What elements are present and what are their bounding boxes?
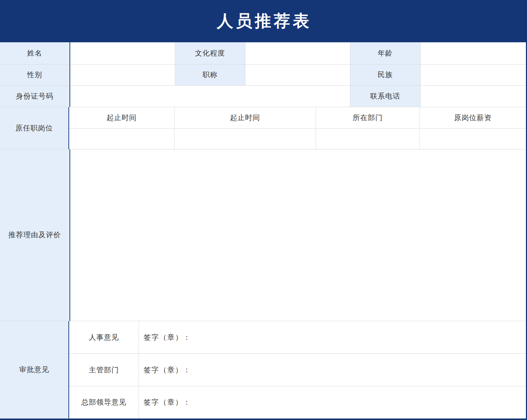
hq-leadership-signature-label: 签字（章）： (144, 397, 191, 407)
position-time2-input-cell[interactable] (174, 129, 316, 149)
previous-position-table: 起止时间 起止时间 所在部门 原岗位薪资 (69, 107, 526, 149)
gender-label: 性别 (0, 65, 70, 86)
job-title-label: 职称 (175, 65, 245, 86)
personnel-recommendation-form: 人员推荐表 姓名 文化程度 年龄 性别 职称 民族 身份证号码 联系电话 原任职… (0, 0, 527, 420)
age-label: 年龄 (350, 42, 421, 65)
approval-label: 审批意见 (0, 321, 69, 419)
approval-section: 审批意见 人事意见 签字（章）： 主管部门 签字（章）： 总部领导意见 签字（ (0, 321, 526, 419)
recommendation-input-cell[interactable] (70, 149, 526, 321)
row-basic-2: 性别 职称 民族 (0, 65, 526, 86)
name-input-cell[interactable] (70, 42, 175, 65)
education-input-cell[interactable] (245, 42, 350, 65)
phone-input-cell[interactable] (421, 86, 526, 107)
position-col-time1-header: 起止时间 (69, 107, 174, 129)
form-title: 人员推荐表 (214, 10, 312, 32)
row-basic-1: 姓名 文化程度 年龄 (0, 42, 526, 65)
hq-leadership-signature-cell[interactable]: 签字（章）： (139, 386, 526, 419)
ethnicity-input-cell[interactable] (421, 65, 526, 86)
approval-row-supervising-dept: 主管部门 签字（章）： (69, 354, 526, 386)
approval-row-hr: 人事意见 签字（章）： (69, 321, 526, 354)
job-title-input-cell[interactable] (245, 65, 350, 86)
id-number-label: 身份证号码 (0, 86, 70, 107)
recommendation-label: 推荐理由及评价 (0, 149, 70, 321)
previous-position-entry-row (69, 129, 526, 149)
supervising-dept-label: 主管部门 (69, 354, 139, 386)
age-input-cell[interactable] (421, 42, 526, 65)
education-label: 文化程度 (175, 42, 245, 65)
hq-leadership-label: 总部领导意见 (69, 386, 139, 419)
hr-opinion-label: 人事意见 (69, 321, 139, 354)
position-salary-input-cell[interactable] (420, 129, 526, 149)
gender-input-cell[interactable] (70, 65, 175, 86)
hr-signature-cell[interactable]: 签字（章）： (139, 321, 526, 354)
hr-signature-label: 签字（章）： (144, 333, 191, 342)
row-basic-3: 身份证号码 联系电话 (0, 86, 526, 107)
ethnicity-label: 民族 (350, 65, 421, 86)
form-title-banner: 人员推荐表 (0, 0, 526, 42)
id-number-input-cell[interactable] (70, 86, 350, 107)
supervising-dept-signature-cell[interactable]: 签字（章）： (139, 354, 526, 386)
name-label: 姓名 (0, 42, 70, 65)
supervising-dept-signature-label: 签字（章）： (144, 365, 191, 375)
position-col-salary-header: 原岗位薪资 (420, 107, 526, 129)
phone-label: 联系电话 (350, 86, 421, 107)
position-col-department-header: 所在部门 (316, 107, 420, 129)
previous-position-label: 原任职岗位 (0, 107, 69, 149)
previous-position-section: 原任职岗位 起止时间 起止时间 所在部门 原岗位薪资 (0, 107, 526, 149)
position-time1-input-cell[interactable] (69, 129, 174, 149)
position-department-input-cell[interactable] (316, 129, 420, 149)
approval-row-hq-leadership: 总部领导意见 签字（章）： (69, 386, 526, 419)
recommendation-section: 推荐理由及评价 (0, 149, 526, 321)
previous-position-header-row: 起止时间 起止时间 所在部门 原岗位薪资 (69, 107, 526, 129)
approval-rows: 人事意见 签字（章）： 主管部门 签字（章）： 总部领导意见 签字（章）： (69, 321, 526, 419)
position-col-time2-header: 起止时间 (174, 107, 316, 129)
